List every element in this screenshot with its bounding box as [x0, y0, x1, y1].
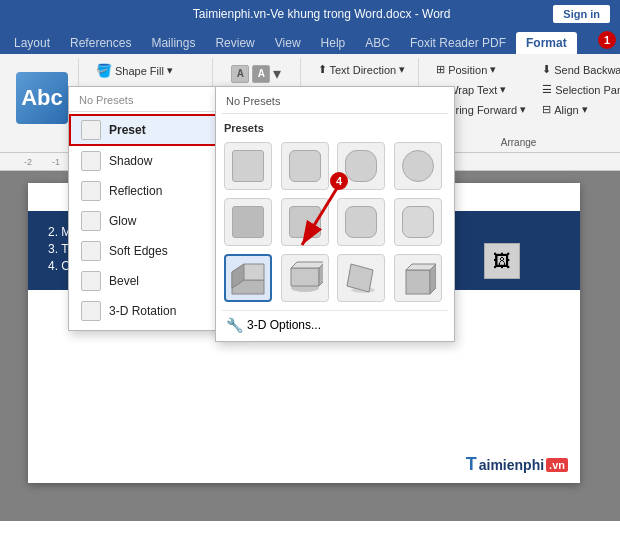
text-direction-icon: ⬆: [318, 63, 327, 76]
tab-help[interactable]: Help: [311, 32, 356, 54]
align-button[interactable]: ⊟ Align ▾: [537, 100, 620, 119]
position-button[interactable]: ⊞ Position ▾: [431, 60, 531, 79]
bevel-icon: [81, 271, 101, 291]
preset-item-2[interactable]: [281, 142, 329, 190]
preset-item-3[interactable]: [337, 142, 385, 190]
tab-abc[interactable]: ABC: [355, 32, 400, 54]
watermark-t: T: [466, 454, 477, 475]
watermark: T aimienphi .vn: [466, 454, 568, 475]
dropdown-arrow9: ▾: [520, 103, 526, 116]
shadow-icon: [81, 151, 101, 171]
preset-item-7[interactable]: [337, 198, 385, 246]
align-icon2: ⊟: [542, 103, 551, 116]
dropdown-arrow5: ▾: [399, 63, 405, 76]
dropdown-arrow7: ▾: [490, 63, 496, 76]
dropdown-arrow10: ▾: [582, 103, 588, 116]
badge-1: 1: [598, 31, 616, 49]
watermark-rest: aimienphi: [479, 457, 544, 473]
shape-fill-button[interactable]: 🪣 Shape Fill ▾: [91, 60, 204, 81]
preset-item-8[interactable]: [394, 198, 442, 246]
3d-options-icon: 🔧: [226, 317, 243, 333]
preset-item-12[interactable]: [394, 254, 442, 302]
tab-mailings[interactable]: Mailings: [141, 32, 205, 54]
preset-item-1[interactable]: [224, 142, 272, 190]
dropdown-arrow-icon: ▾: [167, 64, 173, 77]
preset-panel: No Presets Presets: [215, 86, 455, 342]
watermark-vn: .vn: [546, 458, 568, 472]
arrange-label: Arrange: [501, 135, 537, 148]
preset-grid-row1: [222, 138, 448, 194]
document-title: Taimienphi.vn-Ve khung trong Word.docx -…: [90, 7, 553, 21]
send-back-icon: ⬇: [542, 63, 551, 76]
preset-item-10[interactable]: [281, 254, 329, 302]
title-bar: Taimienphi.vn-Ve khung trong Word.docx -…: [0, 0, 620, 28]
position-icon: ⊞: [436, 63, 445, 76]
3d-rotation-icon: [81, 301, 101, 321]
doc-image-placeholder: 🖼: [484, 243, 520, 279]
selection-icon: ☰: [542, 83, 552, 96]
preset-icon: [81, 120, 101, 140]
dropdown-arrow8: ▾: [500, 83, 506, 96]
svg-marker-4: [291, 268, 319, 286]
send-backward-button[interactable]: ⬇ Send Backward: [537, 60, 620, 79]
preset-item-5[interactable]: [224, 198, 272, 246]
no-presets-title: No Presets: [222, 93, 448, 114]
preset-item-9[interactable]: [224, 254, 272, 302]
abc-button[interactable]: Abc: [16, 72, 68, 124]
reflection-icon: [81, 181, 101, 201]
presets-section-label: Presets: [222, 118, 448, 138]
soft-edges-icon: [81, 241, 101, 261]
tab-references[interactable]: References: [60, 32, 141, 54]
glow-icon: [81, 211, 101, 231]
tab-layout[interactable]: Layout: [4, 32, 60, 54]
paint-bucket-icon: 🪣: [96, 63, 112, 78]
tab-format[interactable]: Format: [516, 32, 577, 54]
preset-item-4[interactable]: [394, 142, 442, 190]
preset-item-11[interactable]: [337, 254, 385, 302]
tab-review[interactable]: Review: [205, 32, 264, 54]
3d-options-button[interactable]: 🔧 3-D Options...: [222, 310, 448, 335]
tab-foxit[interactable]: Foxit Reader PDF: [400, 32, 516, 54]
svg-marker-5: [291, 262, 323, 268]
sign-in-button[interactable]: Sign in: [553, 5, 610, 23]
preset-grid-row3: 4: [222, 250, 448, 306]
ribbon-tabs: Layout References Mailings Review View H…: [0, 28, 620, 54]
tab-view[interactable]: View: [265, 32, 311, 54]
svg-marker-8: [347, 264, 373, 292]
text-direction-button[interactable]: ⬆ Text Direction ▾: [313, 60, 411, 79]
svg-marker-11: [430, 264, 436, 294]
preset-grid-row2: [222, 194, 448, 250]
svg-rect-9: [406, 270, 430, 294]
selection-pane-button[interactable]: ☰ Selection Pane: [537, 80, 620, 99]
preset-item-6[interactable]: [281, 198, 329, 246]
